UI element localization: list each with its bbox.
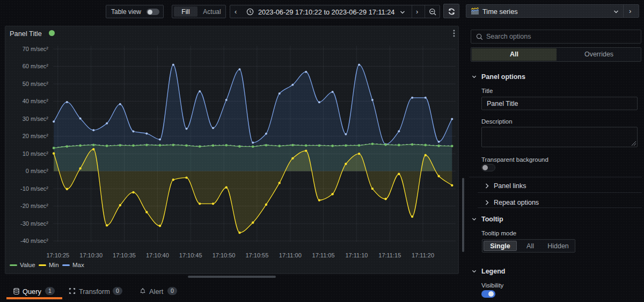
svg-text:17:10:40: 17:10:40	[146, 252, 169, 258]
svg-text:17:11:05: 17:11:05	[312, 252, 335, 258]
svg-text:17:11:10: 17:11:10	[345, 252, 368, 258]
svg-text:20 m/sec²: 20 m/sec²	[23, 133, 49, 139]
svg-text:17:10:35: 17:10:35	[113, 252, 136, 258]
svg-text:0 m/sec²: 0 m/sec²	[26, 168, 49, 174]
svg-text:70 m/sec²: 70 m/sec²	[23, 46, 49, 52]
svg-text:30 m/sec²: 30 m/sec²	[23, 116, 49, 122]
svg-text:17:11:00: 17:11:00	[279, 252, 302, 258]
svg-text:17:11:15: 17:11:15	[378, 252, 401, 258]
svg-text:10 m/sec²: 10 m/sec²	[23, 150, 49, 157]
svg-text:17:11:20: 17:11:20	[412, 252, 434, 258]
svg-text:-40 m/sec²: -40 m/sec²	[20, 238, 48, 244]
svg-text:50 m/sec²: 50 m/sec²	[23, 81, 49, 87]
svg-text:60 m/sec²: 60 m/sec²	[23, 63, 49, 69]
svg-text:17:10:50: 17:10:50	[213, 252, 236, 258]
svg-text:-30 m/sec²: -30 m/sec²	[20, 220, 48, 227]
svg-text:17:10:25: 17:10:25	[46, 252, 69, 258]
svg-text:-10 m/sec²: -10 m/sec²	[20, 185, 48, 192]
svg-text:-20 m/sec²: -20 m/sec²	[20, 203, 48, 209]
svg-text:17:10:45: 17:10:45	[179, 252, 202, 258]
svg-text:40 m/sec²: 40 m/sec²	[23, 98, 49, 104]
svg-text:17:10:30: 17:10:30	[79, 252, 103, 258]
svg-text:17:10:55: 17:10:55	[245, 252, 268, 258]
